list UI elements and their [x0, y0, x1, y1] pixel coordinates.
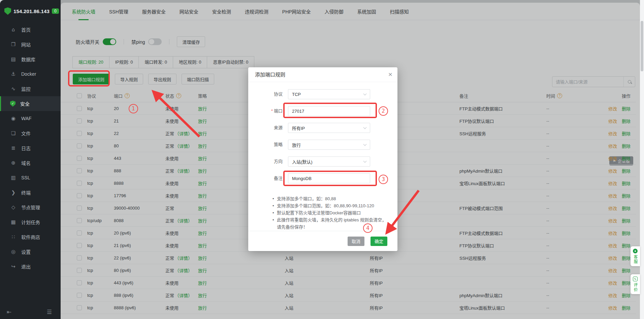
sidebar-item[interactable]: ∷ 软件商店	[0, 229, 61, 244]
app-window: 154.201.86.143 0 ⌂ 首页 ❒ 网站 ▤ 数据库	[0, 0, 644, 319]
menu-list-icon[interactable]: ☰	[47, 309, 52, 316]
feedback-icon: ✎	[633, 277, 638, 281]
support-widget-label: 客服	[633, 255, 638, 264]
source-select[interactable]: 所有IP	[288, 123, 370, 133]
sidebar-item-label: Docker	[21, 71, 36, 77]
scrollbar-thumb[interactable]	[641, 21, 643, 71]
server-ip: 154.201.86.143	[13, 8, 50, 14]
sidebar-item[interactable]: ⚓ Docker	[0, 67, 61, 81]
confirm-button[interactable]: 确定	[371, 237, 387, 246]
tip-item: 默认配置下防火墙无法管理Docker容器端口	[272, 209, 388, 216]
feedback-widget-label: 评价	[633, 283, 638, 292]
monitor-icon: ∿	[10, 86, 17, 92]
sidebar-item-label: 域名	[21, 160, 31, 166]
settings-icon: ◎	[10, 249, 17, 255]
support-icon: ●	[633, 249, 638, 253]
message-count-badge[interactable]: 0	[52, 8, 59, 14]
direction-select[interactable]: 入站(默认)	[288, 156, 370, 167]
required-asterisk: *	[271, 108, 273, 113]
sidebar-item[interactable]: ◉ WAF	[0, 111, 61, 126]
appstore-icon: ∷	[10, 234, 17, 240]
chevron-down-icon	[363, 126, 367, 129]
sidebar-footer: ⇤ ☰	[0, 309, 61, 316]
direction-value: 入站(默认)	[292, 158, 313, 165]
sidebar-item-label: 数据库	[21, 56, 35, 63]
home-icon: ⌂	[10, 27, 17, 33]
sidebar-item[interactable]: ▦ 计划任务	[0, 215, 61, 229]
tip-item: 支持添加多个端口范围，如：80,88,90-99,110-120	[272, 202, 388, 209]
domain-icon: ⊕	[10, 160, 17, 166]
nodes-icon: ◇	[10, 204, 17, 211]
terminal-icon: ❯	[10, 189, 17, 196]
close-icon[interactable]: ×	[388, 71, 392, 78]
security-shield-icon: ✓	[10, 101, 15, 107]
sidebar-item[interactable]: ❒ 网站	[0, 37, 61, 52]
server-header[interactable]: 154.201.86.143 0	[0, 0, 61, 22]
protocol-select[interactable]: TCP	[288, 89, 370, 99]
sidebar-item-label: 终端	[21, 189, 31, 196]
sidebar-item[interactable]: ⌂ 首页	[0, 22, 61, 37]
sidebar-item[interactable]: ▥ SSL	[0, 170, 61, 185]
modal-tips: 支持添加多个端口，如：80,88 支持添加多个端口范围，如：80,88,90-9…	[272, 195, 388, 231]
note-input[interactable]	[288, 173, 370, 183]
sidebar-item[interactable]: ✓ 安全	[0, 96, 61, 111]
source-value: 所有IP	[292, 125, 305, 131]
page-scrollbar	[640, 0, 644, 319]
sidebar-item[interactable]: ❯ 终端	[0, 185, 61, 200]
sidebar-item-label: SSL	[21, 175, 30, 180]
sidebar-item-label: 设置	[21, 248, 31, 255]
database-icon: ▤	[10, 56, 17, 63]
sidebar-item-label: 安全	[20, 100, 30, 107]
sidebar-item-label: 退出	[21, 263, 31, 270]
policy-select[interactable]: 放行	[288, 140, 370, 150]
chevron-down-icon	[363, 142, 367, 146]
chevron-down-icon	[363, 92, 367, 95]
website-icon: ❒	[10, 41, 17, 48]
files-icon: ❏	[10, 130, 17, 137]
modal-title: 添加端口规则	[248, 67, 397, 82]
sidebar-item-label: 网站	[21, 41, 31, 48]
collapse-sidebar-icon[interactable]: ⇤	[7, 309, 11, 316]
sidebar-item-label: 首页	[21, 26, 31, 33]
note-label: 备注	[259, 173, 283, 183]
sidebar-item[interactable]: ▤ 数据库	[0, 52, 61, 67]
sidebar-item[interactable]: ⊕ 域名	[0, 155, 61, 170]
sidebar-item[interactable]: ∿ 监控	[0, 81, 61, 96]
tip-item: 支持添加多个端口，如：80,88	[272, 195, 388, 202]
cancel-button[interactable]: 取消	[348, 237, 364, 246]
support-widget[interactable]: ● 客服	[631, 246, 640, 266]
policy-value: 放行	[292, 142, 301, 148]
sidebar-item-label: 日志	[21, 145, 31, 151]
cron-icon: ▦	[10, 219, 17, 225]
feedback-widget[interactable]: ✎ 评价	[631, 274, 640, 294]
logs-icon: ≣	[10, 145, 17, 151]
sidebar-item-label: 监控	[21, 85, 31, 92]
ssl-icon: ▥	[10, 175, 17, 181]
modal-footer: 取消 确定	[248, 231, 397, 251]
sidebar-item[interactable]: ◎ 设置	[0, 244, 61, 259]
sidebar-item-label: 计划任务	[21, 219, 40, 225]
sidebar-item[interactable]: ◇ 节点管理	[0, 200, 61, 215]
tip-item: 此操作将重载防火墙，未持久化的 iptables 规则会清空，请先备份保存！	[272, 216, 388, 231]
source-label: 来源	[259, 123, 283, 133]
sidebar-nav: ⌂ 首页 ❒ 网站 ▤ 数据库 ⚓ Docker	[0, 22, 61, 274]
sidebar-item-label: 软件商店	[21, 234, 40, 240]
modal-body: 协议 TCP *端口 来源 所有IP 策略 放行	[248, 82, 397, 231]
sidebar-item[interactable]: ≣ 日志	[0, 141, 61, 155]
docker-icon: ⚓	[10, 71, 17, 77]
sidebar-item-label: 文件	[21, 130, 31, 137]
add-port-rule-modal: 添加端口规则 × 协议 TCP *端口 来源 所有IP	[248, 67, 397, 251]
sidebar-item[interactable]: ❏ 文件	[0, 126, 61, 141]
panel-logo-shield-icon	[4, 7, 11, 15]
waf-icon: ◉	[10, 115, 17, 122]
chevron-down-icon	[363, 159, 367, 163]
port-input[interactable]	[288, 106, 370, 116]
sidebar: 154.201.86.143 0 ⌂ 首页 ❒ 网站 ▤ 数据库	[0, 0, 61, 319]
sidebar-item[interactable]: ↪ 退出	[0, 259, 61, 274]
sidebar-item-label: WAF	[21, 116, 32, 121]
protocol-value: TCP	[292, 92, 301, 97]
direction-label: 方向	[259, 156, 283, 167]
sidebar-item-label: 节点管理	[21, 204, 40, 211]
port-label: *端口	[259, 106, 283, 116]
logout-icon: ↪	[10, 263, 17, 270]
